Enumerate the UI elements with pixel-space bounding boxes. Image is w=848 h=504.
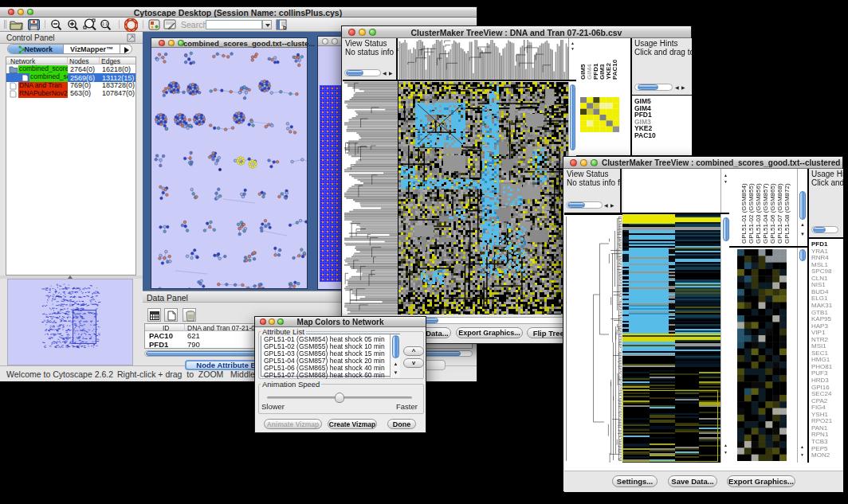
svg-text:1:1: 1:1 xyxy=(102,21,108,26)
svg-text:b: b xyxy=(283,25,286,30)
